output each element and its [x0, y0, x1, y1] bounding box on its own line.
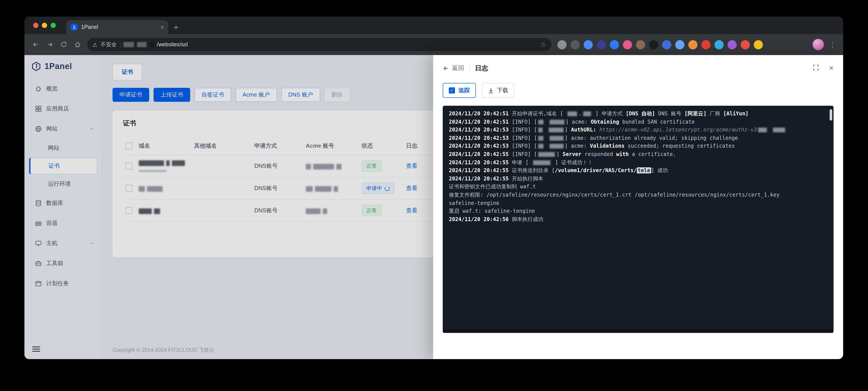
download-icon [488, 88, 494, 93]
redacted-text [773, 128, 785, 132]
log-controls: ✓ 追踪 下载 [433, 81, 843, 103]
log-line: 重启 waf.t: safeline-tengine [449, 207, 828, 215]
extension-icon[interactable] [584, 40, 593, 49]
log-line: 2024/11/20 20:42:51 [INFO] [ ] acme: Obt… [449, 118, 828, 126]
browser-tab-strip: 1 1Panel × + [24, 17, 843, 34]
log-line: 2024/11/20 20:42:56 脚本执行成功 [449, 215, 828, 223]
redacted-text [533, 160, 551, 165]
browser-window: 1 1Panel × + ⚠ 不安全 /websites/ssl ☆ [24, 17, 843, 359]
log-line: 2024/11/20 20:42:53 [INFO] [ ] acme: aut… [449, 134, 828, 142]
puzzle-extension-icon[interactable] [557, 40, 567, 49]
log-line: 2024/11/20 20:42:53 [INFO] [ ] acme: Val… [449, 142, 828, 150]
extension-icon[interactable] [688, 40, 698, 49]
address-bar[interactable]: ⚠ 不安全 /websites/ssl ☆ [87, 38, 551, 51]
browser-menu-icon[interactable]: ⋮ [829, 40, 836, 49]
log-drawer: 返回 日志 × ✓ 追踪 下载 [433, 55, 843, 359]
extension-icon[interactable] [636, 40, 645, 49]
log-body: 2024/11/20 20:42:51 开始申请证书,域名 [ . ] 申请方式… [449, 110, 828, 223]
extension-icon[interactable] [741, 40, 750, 49]
tab-favicon-icon: 1 [71, 24, 78, 31]
page: 1Panel 概览应用商店网站网站证书运行环境数据库容器主机工具箱计划任务 证书… [24, 55, 843, 359]
extension-icon[interactable] [649, 40, 658, 49]
extensions-row [557, 40, 763, 49]
download-button[interactable]: 下载 [482, 83, 514, 98]
redacted-text [538, 119, 544, 124]
scrollbar-thumb[interactable] [830, 109, 832, 120]
log-line: 修复文件权限: /opt/safeline/resources/nginx/ce… [449, 191, 828, 199]
redacted-text [538, 136, 544, 141]
redacted-text [583, 111, 591, 116]
log-line: 2024/11/20 20:42:55 开始执行脚本 [449, 175, 828, 183]
drawer-title: 日志 [475, 64, 488, 72]
trace-checkbox[interactable]: ✓ [449, 87, 455, 93]
log-line: 2024/11/20 20:42:55 [INFO] [] Server res… [449, 150, 828, 158]
trace-label: 追踪 [458, 86, 470, 94]
extension-icon[interactable] [610, 40, 619, 49]
log-line: 2024/11/20 20:42:55 申请 [ ] 证书成功！！ [449, 158, 828, 166]
home-icon[interactable] [71, 37, 85, 52]
header-divider [469, 65, 470, 72]
redacted-text [568, 111, 577, 116]
fullscreen-icon[interactable] [813, 64, 819, 72]
log-line: 2024/11/20 20:42:51 开始申请证书,域名 [ . ] 申请方式… [449, 110, 828, 118]
window-controls [33, 23, 56, 28]
extension-icon[interactable] [675, 40, 684, 49]
zoom-window-button[interactable] [51, 23, 56, 28]
redacted-text [538, 128, 543, 132]
check-icon: ✓ [450, 88, 454, 93]
redacted-text [549, 144, 563, 149]
profile-avatar[interactable] [813, 39, 824, 50]
redacted-text [549, 136, 563, 141]
back-arrow-icon [443, 65, 449, 72]
close-window-button[interactable] [33, 23, 38, 28]
extension-icon[interactable] [570, 40, 580, 49]
forward-icon[interactable] [43, 37, 57, 52]
download-label: 下载 [497, 86, 508, 94]
redacted-text [538, 144, 544, 149]
minimize-window-button[interactable] [42, 23, 47, 28]
log-console[interactable]: 2024/11/20 20:42:51 开始申请证书,域名 [ . ] 申请方式… [443, 106, 834, 333]
redacted-text [549, 128, 563, 132]
close-icon[interactable]: × [829, 64, 834, 72]
omnibox-divider [120, 41, 120, 48]
url-path: /websites/ssl [157, 41, 188, 48]
back-button[interactable]: 返回 [443, 64, 464, 72]
bookmark-star-icon[interactable]: ☆ [540, 40, 546, 49]
tab-title: 1Panel [81, 24, 157, 30]
security-label: 不安全 [100, 41, 117, 48]
desktop: 1 1Panel × + ⚠ 不安全 /websites/ssl ☆ [0, 0, 868, 391]
security-warning-icon[interactable]: ⚠ [92, 41, 97, 48]
drawer-header: 返回 日志 × [433, 55, 843, 81]
log-line: 2024/11/20 20:42:53 [INFO] [ ] AuthURL: … [449, 126, 828, 134]
log-line: 2024/11/20 20:42:55 证书推送到目录 [/volume1/dr… [449, 166, 828, 174]
redacted-host [137, 42, 146, 47]
back-label: 返回 [452, 64, 464, 72]
extension-icon[interactable] [754, 40, 763, 49]
browser-toolbar: ⚠ 不安全 /websites/ssl ☆ ⋮ [24, 34, 843, 55]
back-icon[interactable] [29, 37, 43, 52]
redacted-host [149, 42, 154, 47]
redacted-text [549, 119, 564, 124]
browser-tab[interactable]: 1 1Panel × [66, 20, 168, 34]
redacted-text [538, 152, 555, 157]
extension-icon[interactable] [714, 40, 724, 49]
horizontal-scrollbar[interactable] [443, 329, 834, 333]
log-line: safeline-tengine [449, 199, 828, 207]
redacted-text [758, 128, 767, 132]
new-tab-button[interactable]: + [174, 23, 178, 31]
redacted-host [123, 42, 134, 47]
trace-toggle-button[interactable]: ✓ 追踪 [443, 83, 476, 98]
reload-icon[interactable] [57, 37, 71, 52]
extension-icon[interactable] [623, 40, 632, 49]
extension-icon[interactable] [662, 40, 671, 49]
extension-icon[interactable] [727, 40, 737, 49]
tab-close-icon[interactable]: × [160, 24, 164, 30]
extension-icon[interactable] [597, 40, 606, 49]
log-line: 证书和密钥文件已成功复制到 waf.t [449, 183, 828, 191]
extension-icon[interactable] [702, 40, 711, 49]
